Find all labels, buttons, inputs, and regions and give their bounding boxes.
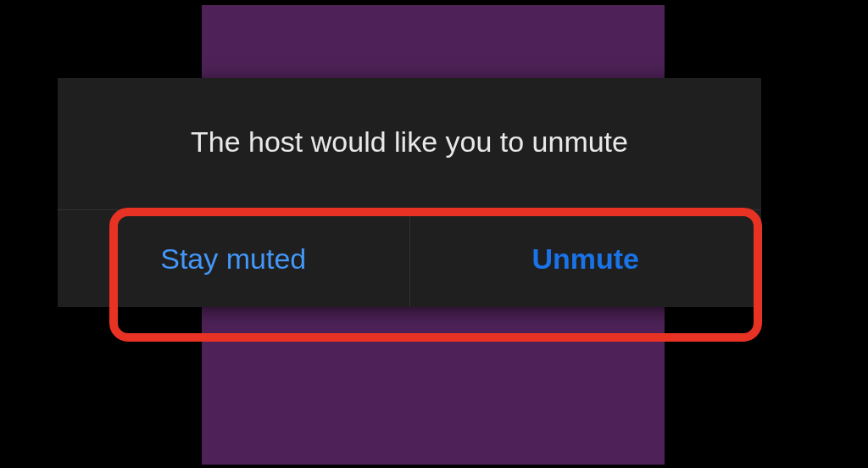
dialog-button-row: Stay muted Unmute [58,210,761,307]
stay-muted-button[interactable]: Stay muted [58,210,409,307]
unmute-request-dialog: The host would like you to unmute Stay m… [58,78,761,307]
dialog-message: The host would like you to unmute [58,78,761,209]
unmute-button[interactable]: Unmute [410,210,762,307]
